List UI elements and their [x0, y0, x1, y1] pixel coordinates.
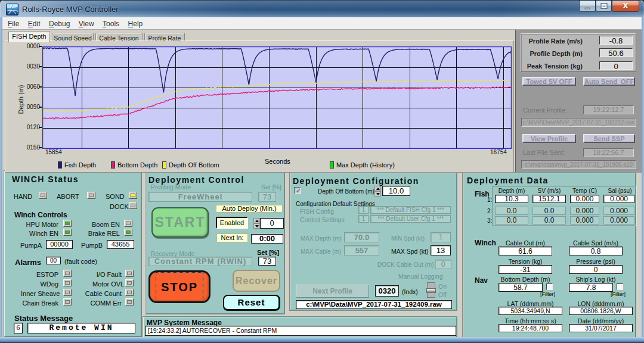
- auto-send-button[interactable]: Auto Send OFF: [583, 77, 635, 86]
- max-cable-label: MAX Cable (m): [301, 248, 341, 255]
- ships-log-filter-label: [Filter]: [609, 291, 626, 297]
- window-border-bottom[interactable]: [0, 337, 644, 343]
- legend-item-fish-depth: Fish Depth: [58, 159, 96, 170]
- bottom-depth-filter-label: [Filter]: [539, 291, 555, 297]
- hand-indicator[interactable]: [39, 192, 47, 199]
- boom-en-indicator[interactable]: [124, 220, 132, 227]
- close-button[interactable]: X: [612, 1, 639, 12]
- current-profile-time: 19:22:12.7: [583, 105, 634, 114]
- depth-chart[interactable]: [42, 46, 512, 149]
- max-depth-field[interactable]: 70.0: [344, 232, 379, 242]
- sond-indicator[interactable]: [129, 192, 137, 199]
- auto-deploy-minutes-field[interactable]: 0: [260, 218, 284, 229]
- min-spd-field[interactable]: 1: [431, 232, 451, 242]
- towed-sv-button[interactable]: Towed SV OFF: [522, 77, 576, 86]
- fish-row2-label: 2:: [487, 208, 492, 214]
- comm-err-indicator[interactable]: [125, 298, 134, 305]
- motor-ovl-indicator[interactable]: [125, 279, 134, 286]
- tension-field: -31: [499, 265, 552, 274]
- toggle-handle[interactable]: [426, 288, 436, 293]
- abort-indicator[interactable]: [87, 192, 95, 199]
- dock-cable-field[interactable]: 0: [435, 260, 451, 269]
- send-ssp-button[interactable]: Send SSP: [583, 134, 635, 143]
- recover-button[interactable]: Recover: [233, 270, 280, 292]
- fish-row1-temp: 0.000: [570, 195, 599, 203]
- toggle-off-label: Off: [438, 291, 447, 298]
- io-fault-indicator[interactable]: [125, 270, 134, 277]
- fish-row2-sv: 0.0: [532, 207, 566, 215]
- maximize-icon: [601, 4, 606, 8]
- last-file-path: c:\mvp\data\mvp_2017-07-31_181906.s10: [521, 160, 636, 169]
- wdog-label: WDog: [33, 280, 58, 288]
- max-spd-field[interactable]: 13: [431, 245, 451, 255]
- max-cable-field[interactable]: 557: [344, 245, 379, 255]
- minimize-button[interactable]: [579, 1, 596, 12]
- recovery-mode-field[interactable]: Constant RPM (RWIN): [148, 257, 252, 266]
- profiling-set-pct-field[interactable]: 73: [258, 192, 276, 202]
- menu-view[interactable]: View: [76, 17, 97, 28]
- system-message-field[interactable]: [19:24:33.2] AUTORECOVER - Constant RPM: [145, 326, 456, 336]
- fish-row3-depth: 0.0: [495, 216, 528, 224]
- date-field: 31/07/2017: [569, 324, 633, 332]
- cable-out-field: 61.6: [499, 247, 552, 255]
- y-tick-0090: 0090: [22, 104, 40, 110]
- y-tick-0000: 0000: [22, 43, 40, 49]
- brake-rel-indicator[interactable]: [124, 229, 132, 236]
- inner-sheave-indicator[interactable]: [63, 289, 72, 296]
- tab-fish-depth[interactable]: FISH Depth: [8, 31, 50, 42]
- view-profile-button[interactable]: View Profile: [522, 134, 576, 143]
- depth-off-bottom-stepper[interactable]: [374, 186, 381, 197]
- comm-err-label: COMM Err: [83, 300, 122, 307]
- profiling-mode-field[interactable]: FreeWheel: [148, 192, 252, 202]
- estop-indicator[interactable]: [63, 270, 72, 277]
- control-settings-label: Control Settings: [300, 216, 345, 223]
- stop-button[interactable]: STOP: [148, 270, 210, 303]
- auto-deploy-stepper[interactable]: [253, 218, 260, 229]
- ships-log-filter-checkbox[interactable]: [617, 283, 623, 290]
- abort-led-icon: [89, 194, 94, 197]
- status-message-field[interactable]: Remote WIN: [27, 323, 135, 333]
- control-settings-value[interactable]: 1: [358, 215, 369, 223]
- stepper-up-icon[interactable]: [253, 218, 260, 223]
- hand-led-icon: [41, 194, 45, 197]
- chart-panel: 0000 0030 0060 0090 0120 0150 Depth (m) …: [5, 40, 514, 173]
- window-border-right: [642, 17, 644, 337]
- title-bar[interactable]: MVP Rolls-Royce MVP Controller X: [0, 0, 644, 17]
- wdog-indicator[interactable]: [63, 279, 72, 286]
- stepper-down-icon[interactable]: [253, 223, 260, 229]
- recovery-set-pct-field[interactable]: 73: [258, 257, 276, 266]
- fish-config-value[interactable]: 1: [358, 206, 369, 214]
- manual-logging-label: Manual Logging: [398, 273, 443, 280]
- app-icon[interactable]: MVP: [6, 4, 18, 15]
- chain-break-led-icon: [65, 300, 70, 304]
- hpu-motor-indicator[interactable]: [63, 220, 72, 227]
- depth-off-bottom-label: Depth Off Bottom (m): [318, 188, 374, 195]
- deployment-control-panel: Deployment Control Profiling Mode Set [%…: [145, 170, 285, 314]
- stepper-down-icon[interactable]: [374, 191, 381, 197]
- next-profile-button[interactable]: Next Profile: [296, 285, 369, 298]
- winch-en-indicator[interactable]: [63, 229, 72, 236]
- chain-break-indicator[interactable]: [63, 298, 72, 305]
- menu-file[interactable]: File: [5, 17, 22, 28]
- bottom-depth-filter-checkbox[interactable]: [546, 283, 553, 290]
- cable-count-indicator[interactable]: [125, 289, 134, 296]
- menu-help[interactable]: Help: [125, 17, 146, 28]
- depth-off-bottom-checkbox[interactable]: ✓: [294, 187, 301, 194]
- menu-tools[interactable]: Tools: [100, 17, 122, 28]
- recovery-set-pct-label: Set [%]: [257, 249, 279, 256]
- max-depth-swatch: [330, 161, 334, 169]
- manual-logging-toggle[interactable]: [427, 282, 435, 298]
- reset-button[interactable]: Reset: [223, 295, 280, 311]
- nav-section-label: Nav: [475, 276, 488, 285]
- stepper-up-icon[interactable]: [374, 186, 381, 191]
- menu-debug[interactable]: Debug: [46, 17, 73, 28]
- next-profile-index-field[interactable]: 0320: [375, 285, 399, 297]
- enabled-toggle[interactable]: Enabled: [216, 217, 248, 229]
- depth-off-bottom-field[interactable]: 10.0: [382, 186, 410, 196]
- start-button[interactable]: START: [151, 207, 209, 238]
- y-tick-0120: 0120: [22, 124, 40, 130]
- x-tick-left: 15854: [45, 149, 62, 155]
- maximize-button[interactable]: [596, 1, 612, 12]
- dock-indicator[interactable]: [129, 202, 137, 209]
- menu-edit[interactable]: Edit: [25, 17, 44, 28]
